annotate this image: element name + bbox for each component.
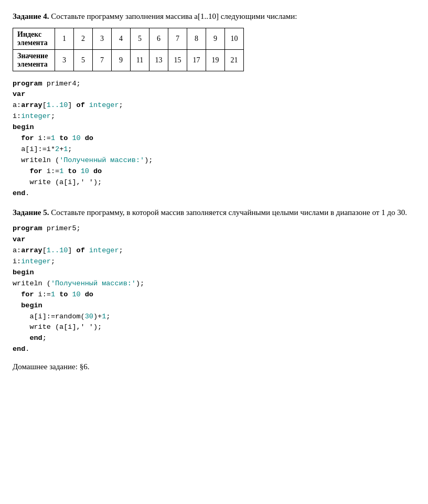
task4-heading: Задание 4. Составьте программу заполнени… [13, 10, 415, 23]
val-7: 15 [168, 49, 187, 71]
index-3: 3 [93, 28, 112, 49]
val-9: 19 [206, 49, 225, 71]
index-4: 4 [112, 28, 131, 49]
index-1: 1 [55, 28, 74, 49]
val-5: 11 [131, 49, 149, 71]
task5-heading: Задание 5. Составьте программу, в которо… [13, 207, 415, 219]
val-2: 5 [74, 49, 93, 71]
val-10: 21 [225, 49, 244, 71]
index-5: 5 [131, 28, 149, 49]
value-label: Значениеэлемента [13, 49, 55, 71]
val-6: 13 [149, 49, 168, 71]
index-label: Индексэлемента [13, 28, 55, 49]
table-row-index: Индексэлемента 1 2 3 4 5 6 7 8 9 10 [13, 28, 244, 49]
homework-label: Домашнее задание: §6. [13, 362, 89, 371]
index-10: 10 [225, 28, 244, 49]
task5-desc: Составьте программу, в которой массив за… [49, 208, 406, 217]
val-8: 17 [187, 49, 206, 71]
task4-desc: Составьте программу заполнения массива a… [49, 12, 297, 20]
task4-code: program primer4; var a:array[1..10] of i… [13, 79, 415, 199]
task5-title: Задание 5. [13, 208, 49, 217]
val-1: 3 [55, 49, 74, 71]
homework-text: Домашнее задание: §6. [13, 362, 415, 371]
index-2: 2 [74, 28, 93, 49]
val-4: 9 [112, 49, 131, 71]
index-7: 7 [168, 28, 187, 49]
task5-code: program primer5; var a:array[1..10] of i… [13, 223, 415, 355]
table-row-values: Значениеэлемента 3 5 7 9 11 13 15 17 19 … [13, 49, 244, 71]
task4-table: Индексэлемента 1 2 3 4 5 6 7 8 9 10 Знач… [13, 28, 244, 71]
index-8: 8 [187, 28, 206, 49]
task4-title: Задание 4. [13, 12, 49, 20]
index-9: 9 [206, 28, 225, 49]
val-3: 7 [93, 49, 112, 71]
index-6: 6 [149, 28, 168, 49]
